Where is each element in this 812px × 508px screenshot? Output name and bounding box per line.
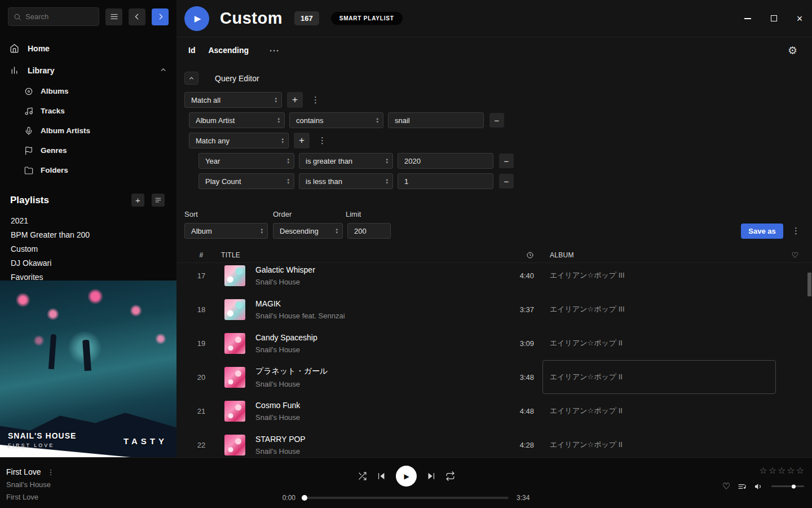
add-playlist-button[interactable]: +: [131, 194, 144, 207]
limit-input[interactable]: [347, 223, 391, 239]
query-rule-row: Play Count ▴▾ is less than ▴▾ −: [198, 173, 812, 189]
rule-field-select[interactable]: Album Artist ▴▾: [189, 112, 285, 128]
remove-rule-button[interactable]: −: [489, 113, 504, 128]
sidebar-item-home[interactable]: Home: [0, 37, 176, 59]
plus-icon: +: [135, 195, 140, 205]
maximize-button[interactable]: [769, 14, 779, 24]
match-mode-select[interactable]: Match any ▴▾: [189, 133, 289, 148]
favorite-column-header[interactable]: ♡: [784, 251, 806, 260]
settings-button[interactable]: ⚙: [788, 44, 797, 57]
table-row[interactable]: 18 MAGIK Snail's House feat. Sennzai 3:3…: [184, 292, 806, 326]
rule-value-input[interactable]: [388, 112, 484, 128]
minimize-icon: [744, 18, 751, 19]
player-bar: First Love ⋮ Snail's House First Love ▶: [0, 457, 812, 508]
volume-slider[interactable]: [771, 485, 804, 487]
play-playlist-button[interactable]: ▶: [184, 6, 209, 31]
remove-rule-button[interactable]: −: [499, 174, 514, 189]
volume-handle[interactable]: [792, 484, 796, 488]
search-box[interactable]: [8, 7, 99, 26]
add-rule-button[interactable]: +: [294, 133, 310, 148]
track-album-selected[interactable]: エイリアン☆ポップ II: [542, 360, 776, 394]
playlist-item[interactable]: DJ Okawari: [0, 256, 176, 270]
table-row[interactable]: 19 Candy Spaceship Snail's House 3:09 エイ…: [184, 326, 806, 360]
album-column-header[interactable]: ALBUM: [550, 251, 784, 259]
star-icon[interactable]: ☆: [796, 465, 804, 476]
playlist-view-button[interactable]: [152, 194, 165, 207]
collapse-query-editor-button[interactable]: [184, 72, 198, 85]
remove-rule-button[interactable]: −: [499, 154, 514, 168]
table-row[interactable]: 17 Galactic Whisper Snail's House 4:40 エ…: [184, 263, 806, 292]
player-center: ▶ 0:00 3:34: [276, 466, 536, 502]
previous-track-button[interactable]: [377, 471, 386, 481]
chevron-left-icon: [133, 12, 142, 21]
rule-value-input[interactable]: [398, 153, 493, 169]
sort-field-control[interactable]: Id: [188, 46, 195, 55]
select-arrows-icon: ▴▾: [386, 178, 388, 185]
minimize-button[interactable]: [743, 14, 753, 24]
track-options-button[interactable]: ⋮: [47, 468, 54, 476]
sort-direction-control[interactable]: Ascending: [208, 46, 249, 55]
duration-column-header[interactable]: [505, 251, 550, 259]
page-title: Custom: [220, 9, 283, 28]
rule-operator-select[interactable]: is greater than ▴▾: [299, 153, 393, 169]
sort-by-select[interactable]: Album ▴▾: [184, 223, 268, 239]
sidebar-item-label: Tracks: [41, 107, 65, 115]
star-icon[interactable]: ☆: [787, 465, 795, 476]
table-row[interactable]: 21 Cosmo Funk Snail's House 4:48 エイリアン☆ポ…: [184, 394, 806, 428]
track-duration: 3:37: [505, 305, 550, 314]
sidebar-item-folders[interactable]: Folders: [0, 160, 176, 180]
title-column-header[interactable]: TITLE: [218, 251, 505, 259]
clock-icon: [526, 251, 534, 259]
match-mode-select[interactable]: Match all ▴▾: [184, 92, 282, 108]
playlist-item[interactable]: BPM Greater than 200: [0, 227, 176, 242]
sidebar-item-genres[interactable]: Genres: [0, 141, 176, 160]
now-playing-artwork[interactable]: SNAIL'S HOUSE FIRST LOVE TASTY: [0, 281, 176, 457]
nav-forward-button[interactable]: [152, 8, 169, 25]
seek-bar[interactable]: [303, 497, 509, 499]
star-icon[interactable]: ☆: [759, 465, 767, 476]
favorite-button[interactable]: ♡: [722, 481, 730, 492]
add-rule-button[interactable]: +: [287, 92, 303, 108]
sidebar-item-tracks[interactable]: Tracks: [0, 101, 176, 121]
select-value: Match all: [191, 96, 270, 104]
group-options-button[interactable]: ⋮: [307, 95, 324, 105]
close-button[interactable]: ×: [795, 14, 805, 24]
sidebar-item-albums[interactable]: Albums: [0, 81, 176, 101]
rule-field-select[interactable]: Play Count ▴▾: [198, 173, 294, 189]
shuffle-button[interactable]: [358, 471, 367, 481]
queue-button[interactable]: [738, 482, 747, 491]
now-playing-artist: Snail's House: [6, 480, 54, 489]
volume-button[interactable]: [754, 482, 763, 491]
nav-back-button[interactable]: [129, 8, 145, 25]
group-options-button[interactable]: ⋮: [314, 135, 330, 146]
seek-handle[interactable]: [302, 495, 307, 501]
menu-button[interactable]: [105, 8, 122, 25]
rule-field-select[interactable]: Year ▴▾: [198, 153, 294, 169]
table-row[interactable]: 20 プラネット・ガール Snail's House 3:48 エイリアン☆ポッ…: [184, 360, 806, 394]
star-icon[interactable]: ☆: [769, 465, 776, 476]
library-collapse-button[interactable]: [160, 66, 167, 75]
number-column-header[interactable]: #: [184, 251, 218, 259]
more-options-button[interactable]: ···: [270, 46, 280, 55]
select-value: Match any: [196, 137, 277, 145]
save-as-button[interactable]: Save as: [741, 224, 783, 239]
repeat-icon: [445, 471, 455, 481]
album-art-thumbnail: [224, 401, 245, 422]
playlist-item[interactable]: 2021: [0, 213, 176, 227]
repeat-button[interactable]: [445, 471, 455, 481]
scrollbar-thumb[interactable]: [807, 273, 811, 296]
rule-value-input[interactable]: [398, 173, 493, 189]
next-track-button[interactable]: [426, 471, 436, 481]
order-select[interactable]: Descending ▴▾: [273, 223, 343, 239]
playback-controls: ▶: [276, 466, 536, 487]
search-input[interactable]: [25, 12, 94, 21]
sidebar-item-library[interactable]: Library: [0, 59, 176, 81]
save-options-button[interactable]: ⋮: [788, 226, 804, 236]
play-pause-button[interactable]: ▶: [396, 466, 417, 487]
rule-operator-select[interactable]: is less than ▴▾: [299, 173, 393, 189]
rule-operator-select[interactable]: contains ▴▾: [289, 112, 383, 128]
table-row[interactable]: 22 STARRY POP Snail's House 4:28 エイリアン☆ポ…: [184, 428, 806, 457]
playlist-item[interactable]: Custom: [0, 242, 176, 256]
sidebar-item-album-artists[interactable]: Album Artists: [0, 121, 176, 141]
star-icon[interactable]: ☆: [778, 465, 785, 476]
